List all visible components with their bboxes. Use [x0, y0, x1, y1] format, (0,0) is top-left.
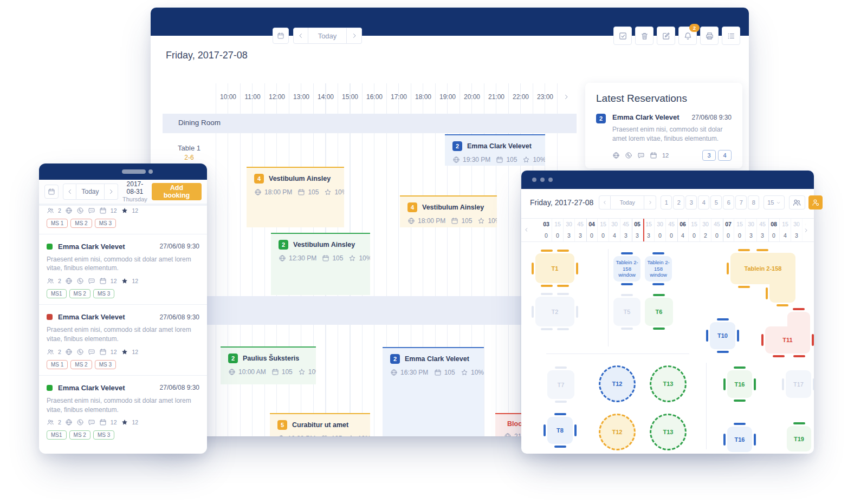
today-button[interactable]: Today [611, 195, 644, 210]
page-1-button[interactable]: 1 [661, 195, 672, 210]
chair-mark [793, 355, 805, 357]
chair-mark [653, 294, 665, 296]
booking-card[interactable]: Emma Clark Velevet 27/06/08 9:30 Praesen… [39, 234, 207, 305]
page-6-button[interactable]: 6 [723, 195, 734, 210]
confirm-button[interactable] [613, 27, 632, 45]
page-8-button[interactable]: 8 [748, 195, 759, 210]
table-t2[interactable]: T2 [535, 297, 574, 326]
notifications-button[interactable]: 2 [678, 27, 697, 45]
globe-icon [504, 433, 512, 436]
table-tablein-window-1[interactable]: Tablein 2-158 window [613, 256, 640, 282]
table-t13-round-2[interactable]: T13 [650, 414, 687, 450]
hour-label: 18:00 [410, 93, 437, 101]
table-t16[interactable]: T16 [727, 370, 752, 398]
guest-name: Emma Clark Velevet [612, 113, 680, 121]
today-button[interactable]: Today [76, 184, 105, 200]
strip-scroll-right[interactable] [798, 219, 814, 241]
chair-mark [727, 263, 729, 274]
table-tablein-2-158[interactable]: Tablein 2-158 [730, 253, 795, 284]
print-button[interactable] [700, 27, 719, 45]
booking-block[interactable]: 4Vestibulum Ainsley 18:00 PM10510% [247, 167, 344, 227]
table-t17[interactable]: T17 [786, 370, 811, 398]
booking-block[interactable]: 2Vestibulum Ainsley 12:30 PM10510% [271, 233, 370, 295]
page-size-dropdown[interactable]: 15 [764, 195, 784, 210]
table-t13-round[interactable]: T13 [650, 365, 687, 402]
calendar-icon [650, 152, 657, 159]
booking-card[interactable]: Emma Clark Velevet 27/06/08 9:30 Praesen… [39, 376, 207, 446]
page-4-button[interactable]: 4 [698, 195, 709, 210]
drag-handle[interactable] [122, 169, 146, 174]
current-time-indicator [643, 219, 644, 241]
table-t5[interactable]: T5 [613, 298, 640, 326]
next-day-button[interactable] [644, 195, 656, 210]
host-mode-button[interactable] [808, 195, 823, 210]
table-4-button[interactable]: 4 [718, 150, 732, 161]
page-3-button[interactable]: 3 [685, 195, 697, 210]
prev-day-button[interactable] [599, 195, 611, 210]
chevron-right-icon [648, 200, 653, 205]
chair-mark [734, 423, 746, 425]
calendar-picker-button[interactable] [273, 28, 289, 44]
page-7-button[interactable]: 7 [735, 195, 747, 210]
table-t7[interactable]: T7 [547, 370, 574, 399]
table-t16-2[interactable]: T16 [727, 427, 752, 452]
booking-block[interactable]: 2Emma Clark Velevet 19:30 PM10510% [445, 134, 545, 166]
booking-block[interactable]: 2Emma Clark Velevet 16:30 PM10510% [383, 347, 484, 436]
table-tablein-window-2[interactable]: Tablein 2-158 window [645, 256, 672, 282]
table-t12-round[interactable]: T12 [599, 365, 636, 402]
booking-block[interactable]: 5Curabitur ut amet 12:30 PM10510% [270, 413, 370, 436]
globe-icon [390, 369, 398, 376]
calendar-icon [99, 207, 107, 214]
page-title: Friday, 2017-27-08 [166, 50, 248, 61]
add-booking-button[interactable]: Add booking [152, 183, 202, 200]
hour-occupancy-strip[interactable]: 03153045 0033 04153045 0043 05153045 330… [521, 218, 814, 242]
reservation-datetime: 27/06/08 9:30 [692, 114, 732, 121]
chair-mark [652, 283, 664, 285]
edit-button[interactable] [657, 27, 675, 45]
star-icon [121, 277, 128, 285]
table-t6[interactable]: T6 [645, 298, 673, 326]
next-day-button[interactable] [105, 184, 118, 200]
prev-day-button[interactable] [293, 28, 308, 44]
chair-mark [773, 355, 785, 357]
section-row: Dining Room [163, 114, 577, 133]
chair-mark [554, 446, 566, 448]
page-2-button[interactable]: 2 [673, 195, 684, 210]
page-5-button[interactable]: 5 [710, 195, 722, 210]
calendar-picker-button[interactable] [44, 185, 59, 199]
zone-divider [706, 363, 707, 449]
table-t11-ext[interactable] [787, 312, 810, 328]
window-controls[interactable] [532, 178, 553, 182]
guest-count-badge: 4 [407, 202, 417, 212]
hour-label: 11:00 [239, 93, 266, 101]
chair-mark [652, 252, 664, 254]
table-t11[interactable]: T11 [765, 326, 810, 354]
calendar-icon [48, 188, 55, 195]
list-view-button[interactable] [722, 27, 740, 45]
today-button[interactable]: Today [308, 28, 347, 44]
table-t12-round-2[interactable]: T12 [599, 414, 636, 450]
tag: MS 1 [47, 219, 68, 228]
tag: MS1 [47, 430, 67, 440]
guests-view-button[interactable] [789, 195, 805, 210]
prev-day-button[interactable] [63, 184, 76, 200]
table-t1[interactable]: T1 [535, 253, 574, 283]
booking-block[interactable]: 4Vestibulum Ainsley 18:00 PM10510% [400, 195, 497, 227]
strip-scroll-left[interactable] [523, 225, 529, 235]
globe-icon [279, 254, 286, 262]
table-t10[interactable]: T10 [710, 322, 735, 349]
booking-block[interactable]: 2Paulius Šuksteris 10:00 AM10510% [221, 346, 316, 384]
table-3-button[interactable]: 3 [702, 150, 716, 161]
booking-card-list: Emma Clark Velevet 27/06/08 9:30 Praesen… [39, 163, 207, 446]
calendar-icon [451, 217, 458, 225]
chair-mark [782, 378, 784, 390]
hour-label: 22:00 [507, 93, 534, 101]
booking-card[interactable]: Emma Clark Velevet 27/06/08 9:30 Praesen… [39, 305, 207, 376]
timeline-scroll-right[interactable] [562, 93, 570, 103]
table-t8[interactable]: T8 [547, 417, 573, 444]
delete-button[interactable] [635, 27, 654, 45]
next-day-button[interactable] [347, 28, 362, 44]
zone-divider [608, 249, 609, 346]
table-tablein-2-158-ext[interactable] [769, 284, 795, 303]
table-t19[interactable]: T19 [787, 426, 811, 451]
